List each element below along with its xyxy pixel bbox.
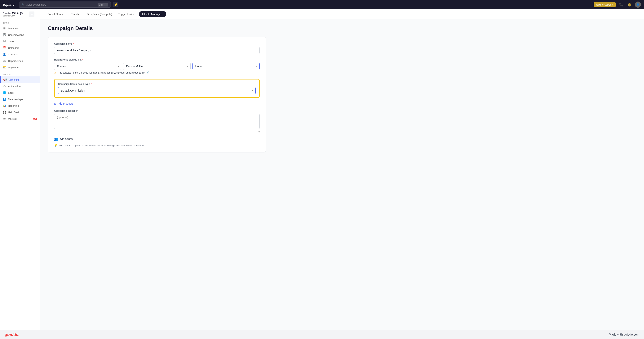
payments-icon: 💳: [3, 66, 6, 69]
helpdesk-icon: 🎧: [3, 111, 6, 114]
main-content: Social Planner Emails ▾ Templates (Snipp…: [40, 9, 644, 330]
warning-text: The selected funnel site does not have a…: [58, 72, 145, 74]
sidebar-item-label: Memberships: [8, 98, 23, 101]
marketing-icon: 📢: [3, 78, 7, 81]
campaign-name-field: Campaign name *: [54, 42, 260, 54]
page-title: Campaign Details: [48, 25, 636, 32]
sidebar-item-calendars[interactable]: 📅 Calendars: [0, 45, 40, 51]
chevron-down-icon: ▾: [80, 13, 81, 15]
info-note-text: You can also upload more affiliate via A…: [59, 144, 144, 147]
sidebar-item-contacts[interactable]: 👤 Contacts: [0, 51, 40, 58]
sidebar-item-conversations[interactable]: 💬 Conversations: [0, 32, 40, 38]
warning-icon: ⚠: [54, 72, 57, 75]
sidebar-item-label: Conversations: [8, 34, 24, 36]
required-indicator: *: [91, 83, 92, 85]
sidebar-item-label: Reporting: [8, 104, 19, 107]
workspace-name: Dunder Mifflin [D...: [3, 12, 25, 15]
sub-navigation: Social Planner Emails ▾ Templates (Snipp…: [40, 9, 644, 19]
sidebar-item-automation[interactable]: ⚙ Automation: [0, 83, 40, 90]
subnav-affiliate-manager[interactable]: Affiliate Manager ▾: [139, 11, 166, 17]
bell-icon[interactable]: 🔔: [626, 2, 632, 8]
required-indicator: *: [73, 42, 74, 45]
guidde-logo: guidde.: [4, 332, 20, 337]
referral-label: Referral/lead sign up link *: [54, 58, 260, 61]
sidebar-item-reporting[interactable]: 📊 Reporting: [0, 103, 40, 109]
subnav-trigger-links[interactable]: Trigger Links ▾: [116, 11, 138, 17]
sidebar-item-label: Help Desk: [8, 111, 20, 114]
chevron-down-icon: ▾: [134, 13, 136, 15]
campaign-name-label: Campaign name *: [54, 42, 260, 45]
referral-page-select[interactable]: Home: [192, 63, 260, 70]
character-count: 0: [54, 131, 260, 133]
phone-icon[interactable]: 📞: [618, 2, 624, 8]
commission-type-select[interactable]: Default Commission: [58, 87, 256, 94]
referral-type-select[interactable]: Funnels: [54, 63, 121, 70]
campaign-name-input[interactable]: [54, 47, 260, 54]
campaign-form-card: Campaign name * Referral/lead sign up li…: [48, 37, 266, 152]
add-products-icon: ⊞: [54, 102, 56, 105]
sidebar-item-payments[interactable]: 💳 Payments: [0, 64, 40, 71]
contact-icon: 👤: [3, 53, 6, 56]
sidebar-item-label: Opportunities: [8, 60, 23, 63]
memberships-icon: 👥: [3, 98, 6, 101]
required-indicator: *: [82, 58, 83, 61]
chevron-down-icon: ▾: [162, 13, 164, 15]
add-affiliate-label: Add Affiliate: [60, 138, 74, 141]
sidebar-item-mailfold[interactable]: ✉ Mailfold 16: [0, 116, 40, 122]
automation-icon: ⚙: [3, 85, 6, 88]
workspace-location: Scranton, PA: [3, 15, 25, 17]
sidebar-item-sites[interactable]: 🌐 Sites: [0, 90, 40, 96]
subnav-templates[interactable]: Templates (Snippets): [84, 11, 115, 17]
opportunities-icon: ◑: [3, 59, 6, 63]
sidebar-item-memberships[interactable]: 👥 Memberships: [0, 96, 40, 103]
guidde-footer: guidde. Made with guidde.com: [0, 330, 644, 339]
subnav-emails[interactable]: Emails ▾: [68, 11, 84, 17]
commission-type-field: Campaign Commission Type * Default Commi…: [54, 79, 260, 98]
referral-selects-row: Funnels ▾ Dunder Mifflin ▾ H: [54, 63, 260, 70]
warning-link[interactable]: 🔗: [146, 72, 150, 74]
chevron-down-icon: ▾: [26, 13, 28, 16]
sidebar-item-label: Sites: [8, 91, 14, 94]
sidebar-toggle[interactable]: ☰: [29, 12, 34, 17]
calendar-icon: 📅: [3, 46, 6, 50]
referral-page-wrapper: Home ▾: [192, 63, 260, 70]
add-affiliate-icon: 👥: [54, 137, 58, 141]
sidebar-item-opportunities[interactable]: ◑ Opportunities: [0, 58, 40, 64]
search-shortcut: Ctrl + K: [98, 3, 108, 7]
campaign-description-field: Campaign description 0: [54, 109, 260, 133]
add-products-button[interactable]: ⊞ Add products: [54, 102, 74, 105]
info-note: 💡 You can also upload more affiliate via…: [54, 144, 260, 147]
sidebar-item-label: Dashboard: [8, 27, 20, 30]
page-content: Campaign Details Campaign name * Referra…: [40, 19, 644, 330]
grid-icon: ⊞: [3, 27, 6, 30]
sites-icon: 🌐: [3, 91, 6, 94]
referral-site-select[interactable]: Dunder Mifflin: [123, 63, 190, 70]
app-body: Dunder Mifflin [D... Scranton, PA ▾ ☰ Ap…: [0, 9, 644, 330]
add-affiliate-button[interactable]: 👥 Add Affiliate: [54, 137, 74, 141]
reporting-icon: 📊: [3, 104, 6, 107]
avatar[interactable]: 👤: [635, 2, 641, 8]
sidebar-item-label: Mailfold: [8, 117, 17, 120]
subnav-social-planner[interactable]: Social Planner: [45, 11, 67, 17]
referral-link-field: Referral/lead sign up link * Funnels ▾: [54, 58, 260, 75]
search-placeholder: Quick search here: [26, 3, 46, 6]
sidebar-item-marketing[interactable]: 📢 Marketing: [0, 76, 40, 83]
add-products-label: Add products: [58, 102, 74, 105]
referral-type-wrapper: Funnels ▾: [54, 63, 121, 70]
lightbulb-icon: 💡: [54, 144, 58, 147]
sidebar-item-label: Calendars: [8, 47, 19, 50]
sidebar-item-dashboard[interactable]: ⊞ Dashboard: [0, 25, 40, 32]
commission-type-label: Campaign Commission Type *: [58, 83, 256, 85]
chat-icon: 💬: [3, 33, 6, 37]
referral-site-wrapper: Dunder Mifflin ▾: [123, 63, 190, 70]
tasks-icon: ☑: [3, 40, 6, 43]
lightning-icon[interactable]: ⚡: [113, 2, 118, 7]
sidebar-item-label: Tasks: [8, 40, 14, 43]
sidebar-item-tasks[interactable]: ☑ Tasks: [0, 38, 40, 45]
search-bar[interactable]: 🔍 Quick search here Ctrl + K: [19, 2, 111, 8]
workspace-selector[interactable]: Dunder Mifflin [D... Scranton, PA ▾ ☰: [0, 9, 40, 19]
support-button[interactable]: topline Support: [594, 2, 616, 7]
campaign-description-textarea[interactable]: [54, 114, 260, 129]
sidebar-item-label: Payments: [8, 66, 19, 69]
sidebar-item-helpdesk[interactable]: 🎧 Help Desk: [0, 109, 40, 116]
